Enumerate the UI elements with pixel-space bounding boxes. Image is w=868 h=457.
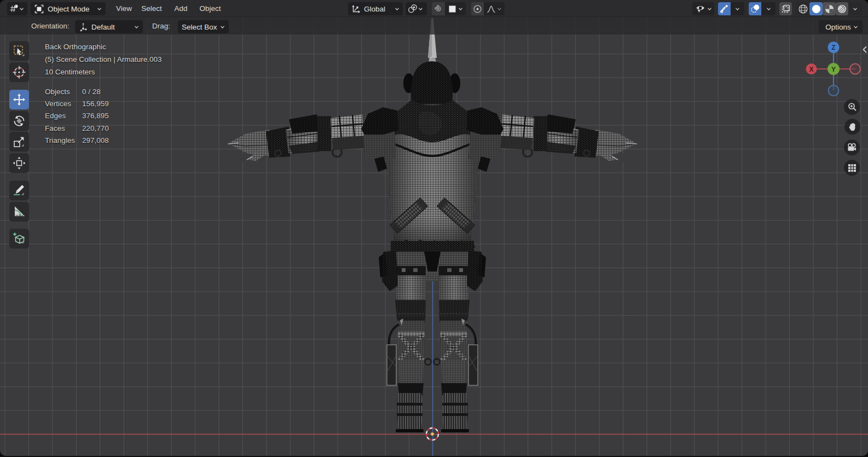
svg-text:Z: Z xyxy=(831,44,835,51)
svg-text:Y: Y xyxy=(831,66,836,73)
svg-text:X: X xyxy=(809,66,813,73)
